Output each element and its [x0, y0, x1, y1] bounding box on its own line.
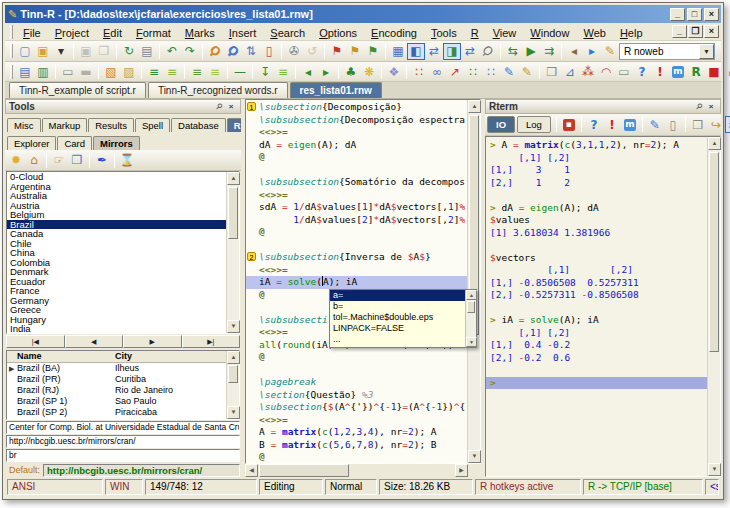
- editor-line[interactable]: @: [246, 151, 467, 164]
- reload-icon[interactable]: ↻: [120, 43, 138, 60]
- tab-io[interactable]: IO: [487, 116, 515, 133]
- tab-tinn-r-recognized-words-r[interactable]: Tinn-R_recognized words.r: [148, 82, 288, 98]
- mirror-row[interactable]: Brazil (SP 1)Sao Paulo: [7, 396, 226, 407]
- scroll-track[interactable]: [258, 464, 455, 477]
- country-list-scrollbar[interactable]: ▲ ▼: [226, 172, 239, 333]
- tree-icon[interactable]: ♣: [342, 63, 360, 80]
- tab-card[interactable]: Card: [57, 136, 92, 150]
- menubar-grip[interactable]: [10, 25, 13, 39]
- flag-green-icon[interactable]: ⚑: [364, 43, 382, 60]
- org-icon[interactable]: ⁂: [579, 63, 597, 80]
- chart-icon[interactable]: ⊿: [561, 63, 579, 80]
- console-line[interactable]: $vectors: [486, 252, 707, 265]
- hr-icon[interactable]: —: [231, 63, 249, 80]
- scroll-up-icon[interactable]: ▲: [708, 137, 721, 150]
- scroll-thumb[interactable]: [228, 365, 238, 383]
- menu-edit[interactable]: Edit: [96, 25, 129, 41]
- nav-first-button[interactable]: |◀: [6, 335, 65, 348]
- goto-line-icon[interactable]: ▯: [260, 43, 278, 60]
- popup-scrollbar[interactable]: ▲ ▼: [465, 290, 476, 347]
- scroll-thumb[interactable]: [259, 464, 349, 477]
- bookmark-1[interactable]: 1: [247, 102, 256, 111]
- warning-icon[interactable]: !: [651, 63, 669, 80]
- mirror-country-item[interactable]: Ecuador: [7, 277, 226, 287]
- scroll-up-icon[interactable]: ▲: [227, 172, 240, 185]
- attach-icon[interactable]: ✇: [285, 43, 303, 60]
- tab-explorer[interactable]: Explorer: [7, 136, 56, 150]
- flag-gold-icon[interactable]: ⚑: [346, 43, 364, 60]
- undo-icon[interactable]: ↶: [163, 43, 181, 60]
- scroll-down-icon[interactable]: ▼: [466, 337, 477, 347]
- editor-line[interactable]: @: [246, 226, 467, 239]
- editor-line[interactable]: B = matrix(c(5,6,7,8), nr=2); B: [246, 439, 467, 452]
- align-left-icon[interactable]: ≡: [188, 63, 206, 80]
- mirror-row[interactable]: ▶Brazil (BA)Ilheus: [7, 363, 226, 374]
- scroll-track[interactable]: [468, 113, 480, 450]
- mirror-country-item[interactable]: India: [7, 324, 226, 333]
- window-icon[interactable]: ❒: [689, 116, 707, 133]
- combo-dropdown-icon[interactable]: ▼: [699, 44, 714, 59]
- maximize-button[interactable]: □: [687, 8, 702, 21]
- completion-item[interactable]: tol=.Machine$double.eps: [330, 312, 465, 323]
- tab-mirrors[interactable]: Mirrors: [93, 136, 140, 150]
- nav-next-button[interactable]: ▶: [123, 335, 182, 348]
- console-line[interactable]: [1,] 0.4 -0.2: [486, 339, 707, 352]
- editor-hscrollbar[interactable]: ◀ ▶: [245, 464, 481, 477]
- tab-markup[interactable]: Markup: [42, 118, 88, 132]
- trend-icon[interactable]: ↗: [446, 63, 464, 80]
- open-dropdown-icon[interactable]: ▾: [52, 43, 70, 60]
- editor-line[interactable]: dA = eigen(A); dA: [246, 139, 467, 152]
- editor-line[interactable]: [246, 239, 467, 252]
- console-line[interactable]: [1,] 3 1: [486, 164, 707, 177]
- console-line[interactable]: [486, 189, 707, 202]
- doc-right-icon[interactable]: ▥: [34, 63, 52, 80]
- editor-line[interactable]: @: [246, 451, 467, 463]
- mirror-row[interactable]: Brazil (SP 2)Piracicaba: [7, 407, 226, 418]
- swap-tools-side-icon[interactable]: ⇄: [425, 43, 443, 60]
- editor-line[interactable]: [246, 164, 467, 177]
- r-submit-icon[interactable]: ⇉: [540, 43, 558, 60]
- console-line[interactable]: [1,] -0.8506508 0.5257311: [486, 277, 707, 290]
- menu-format[interactable]: Format: [129, 25, 178, 41]
- completion-item[interactable]: a=: [330, 290, 465, 301]
- mirror-row[interactable]: Brazil (PR)Curitiba: [7, 374, 226, 385]
- window-icon[interactable]: ❒: [543, 63, 561, 80]
- scroll-down-icon[interactable]: ▼: [227, 406, 240, 419]
- align-right-icon[interactable]: ≡: [206, 63, 224, 80]
- editor-line[interactable]: sdA = 1/dA$values[1]*dA$vectors[,1]%: [246, 201, 467, 214]
- stop-rterm-icon[interactable]: ▪: [560, 116, 578, 133]
- console-line[interactable]: > A = matrix(c(3,1,1,2), nr=2); A: [486, 139, 707, 152]
- home-icon[interactable]: ⌂: [25, 152, 43, 169]
- rterm-console[interactable]: > A = matrix(c(3,1,1,2), nr=2); A [,1] […: [486, 137, 707, 476]
- bookmark-2[interactable]: 2: [247, 252, 256, 261]
- tab-tinn-r-example-of-script-r[interactable]: Tinn-R_example of script.r: [9, 82, 146, 98]
- editor-line[interactable]: \subsubsection{Somatório da decompos: [246, 176, 467, 189]
- console-line[interactable]: [,1] [,2]: [486, 327, 707, 340]
- numbered-list-icon[interactable]: ≡: [145, 63, 163, 80]
- replace-icon[interactable]: ⇅: [242, 43, 260, 60]
- completion-item[interactable]: ...: [330, 334, 465, 345]
- editor-line[interactable]: 1/dA$values[2]*dA$vectors[,2]%: [246, 214, 467, 227]
- r-send-lines-icon[interactable]: ⇆: [504, 43, 522, 60]
- tab-database[interactable]: Database: [171, 118, 226, 132]
- fold-icon[interactable]: ▭: [59, 63, 77, 80]
- bullet-list-icon[interactable]: ≡: [163, 63, 181, 80]
- file-type-combo[interactable]: R noweb ▼: [619, 43, 715, 60]
- mdi-close-button[interactable]: ×: [704, 25, 719, 38]
- mdi-restore-button[interactable]: ❐: [688, 25, 703, 38]
- toggle-rterm-panel-icon[interactable]: ◨: [443, 43, 461, 60]
- console-line[interactable]: [2,] -0.5257311 -0.8506508: [486, 289, 707, 302]
- editor-vscrollbar[interactable]: ▲ ▼: [467, 100, 480, 463]
- nav-forward-icon[interactable]: ▸: [317, 63, 335, 80]
- mdi-minimize-button[interactable]: _: [672, 25, 687, 38]
- copy-icon[interactable]: ❐: [68, 152, 86, 169]
- warning-icon[interactable]: !: [603, 116, 621, 133]
- hourglass-icon[interactable]: ⌛: [118, 152, 136, 169]
- editor-line[interactable]: @: [246, 351, 467, 364]
- doc-icon[interactable]: ▯: [664, 116, 682, 133]
- mirror-country-item[interactable]: Chile: [7, 239, 226, 249]
- select-mirror-icon[interactable]: ☞: [50, 152, 68, 169]
- console-line[interactable]: [1] 3.618034 1.381966: [486, 227, 707, 240]
- mirror-country-item[interactable]: Belgium: [7, 210, 226, 220]
- rterm-vscrollbar[interactable]: ▲ ▼: [707, 137, 720, 476]
